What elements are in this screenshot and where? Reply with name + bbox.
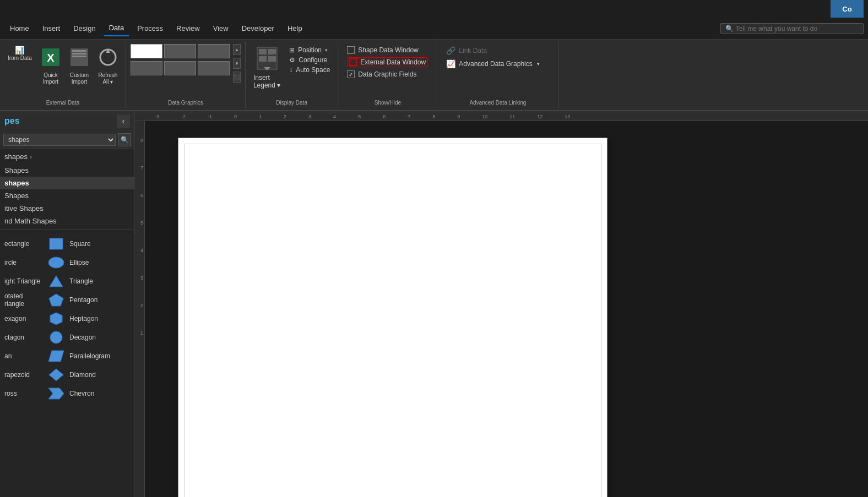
canvas-content[interactable] — [145, 121, 868, 497]
shape-name-octagon: ctagon — [4, 334, 43, 341]
sidebar-nav-arrow: › — [30, 153, 32, 161]
ruler-v-mark: 6 — [140, 193, 143, 198]
sidebar-header: pes ‹ — [0, 111, 134, 131]
shape-name-parallelogram-left: an — [4, 352, 43, 360]
dg-scroll-down[interactable]: ▼ — [233, 58, 241, 69]
menu-review[interactable]: Review — [171, 21, 205, 36]
ruler-h-mark: 12 — [537, 114, 542, 119]
shape-row-cross[interactable]: ross Chevron — [0, 384, 134, 403]
ruler-v-mark: 7 — [140, 165, 143, 171]
shape-row-right-triangle[interactable]: ight Triangle Triangle — [0, 272, 134, 291]
advanced-data-graphics-icon: 📈 — [446, 59, 455, 68]
dg-shape-1[interactable] — [131, 44, 162, 58]
shape-row-trapezoid[interactable]: rapezoid Diamond — [0, 365, 134, 384]
sidebar-nav[interactable]: shapes › — [0, 149, 134, 164]
shape-icon-decagon — [47, 330, 65, 345]
shape-icon-chevron — [47, 386, 65, 401]
menu-developer[interactable]: Developer — [236, 21, 280, 36]
menu-process[interactable]: Process — [132, 21, 169, 36]
insert-legend-button[interactable]: InsertLegend ▾ — [250, 44, 284, 91]
shape-name-right-triangle: ight Triangle — [4, 277, 43, 285]
shape-label-chevron: Chevron — [69, 390, 94, 397]
ruler-h-mark: -2 — [181, 114, 186, 119]
menu-data[interactable]: Data — [104, 20, 129, 36]
ruler-h-mark: 5 — [358, 114, 361, 119]
sidebar-search-select[interactable]: shapes — [3, 134, 116, 146]
canvas-inner — [184, 144, 601, 497]
custom-import-button[interactable]: CustomImport — [66, 44, 93, 88]
sidebar-section-shapes2[interactable]: Shapes — [0, 189, 134, 202]
shape-data-window-cb — [347, 46, 355, 54]
search-input[interactable] — [736, 25, 857, 32]
ruler-h-mark: 3 — [308, 114, 311, 119]
from-data-button[interactable]: 📊 from Data — [4, 44, 35, 64]
svg-marker-20 — [49, 369, 63, 381]
sidebar-section-shapes[interactable]: Shapes — [0, 164, 134, 177]
menu-help[interactable]: Help — [282, 21, 308, 36]
advanced-data-graphics-button[interactable]: 📈 Advanced Data Graphics ▾ — [446, 59, 539, 68]
ribbon-show-hide: Shape Data Window External Data Window ✓… — [338, 42, 437, 108]
shape-row-rotated-triangle[interactable]: otated riangle Pentagon — [0, 291, 134, 309]
menu-insert[interactable]: Insert — [37, 21, 66, 36]
position-button[interactable]: ⊞ Position ▾ — [289, 46, 330, 54]
shape-name-rotated-triangle: otated riangle — [4, 292, 43, 308]
configure-button[interactable]: ⚙ Configure — [289, 56, 330, 64]
quick-import-button[interactable]: X QuickImport — [37, 44, 64, 88]
sidebar: pes ‹ shapes 🔍 shapes › Shapes shapes Sh… — [0, 111, 135, 497]
auto-space-button[interactable]: ↕ Auto Space — [289, 66, 330, 74]
dg-scroll-up[interactable]: ▲ — [233, 44, 241, 55]
external-data-window-checkbox[interactable]: External Data Window — [347, 57, 428, 67]
dg-scroll-more[interactable]: ⬛ — [233, 72, 241, 83]
data-graphics-label: Data Graphics — [131, 97, 241, 106]
sidebar-section-shapes-active[interactable]: shapes — [0, 177, 134, 189]
data-graphic-fields-checkbox[interactable]: ✓ Data Graphic Fields — [347, 70, 428, 78]
ruler-h-mark: 11 — [509, 114, 515, 119]
auto-space-label: Auto Space — [296, 66, 330, 74]
ruler-h-mark: 13 — [565, 114, 570, 119]
refresh-all-button[interactable]: RefreshAll ▾ — [95, 44, 121, 88]
canvas-scroll-area: 8 7 6 5 4 3 2 1 — [135, 121, 868, 497]
ruler-h-mark: 10 — [482, 114, 487, 119]
dg-shape-2[interactable] — [164, 44, 196, 58]
dg-shape-5[interactable] — [164, 61, 196, 75]
shape-name-hexagon: exagon — [4, 315, 43, 323]
sidebar-section-itive[interactable]: itive Shapes — [0, 202, 134, 215]
svg-rect-8 — [259, 49, 267, 54]
title-bar-right: Co — [831, 0, 864, 18]
show-hide-label: Show/Hide — [343, 97, 432, 106]
shape-name-circle: ircle — [4, 259, 43, 266]
search-bar[interactable]: 🔍 — [720, 23, 864, 34]
shape-label-parallelogram: Parallelogram — [69, 352, 110, 360]
shape-row-parallelogram[interactable]: an Parallelogram — [0, 347, 134, 365]
shape-row-rectangle[interactable]: ectangle Square — [0, 234, 134, 253]
menu-design[interactable]: Design — [68, 21, 101, 36]
position-label: Position — [298, 46, 322, 54]
ruler-h-mark: 0 — [234, 114, 237, 119]
shape-label-triangle: Triangle — [69, 277, 93, 285]
dg-shape-4[interactable] — [131, 61, 162, 75]
sidebar-section-math[interactable]: nd Math Shapes — [0, 215, 134, 227]
sidebar-search-button[interactable]: 🔍 — [118, 133, 131, 146]
shape-row-hexagon[interactable]: exagon Heptagon — [0, 309, 134, 328]
menu-home[interactable]: Home — [4, 21, 35, 36]
shape-icon-heptagon — [47, 311, 65, 326]
ruler-v-mark: 8 — [140, 138, 143, 143]
shape-row-circle[interactable]: ircle Ellipse — [0, 253, 134, 272]
link-data-icon: 🔗 — [446, 46, 455, 55]
shape-label-diamond: Diamond — [69, 371, 96, 379]
title-bar: Co — [0, 0, 868, 18]
shape-icon-diamond — [47, 367, 65, 383]
from-data-label: from Data — [8, 55, 32, 62]
menu-bar: Home Insert Design Data Process Review V… — [0, 18, 868, 40]
shape-label-heptagon: Heptagon — [69, 315, 98, 323]
ribbon-external-data: 📊 from Data X QuickImport — [0, 42, 126, 108]
refresh-all-icon — [98, 47, 118, 71]
dg-shape-6[interactable] — [198, 61, 230, 75]
sidebar-collapse-button[interactable]: ‹ — [117, 114, 130, 128]
menu-view[interactable]: View — [208, 21, 234, 36]
co-button[interactable]: Co — [831, 0, 864, 18]
shape-data-window-checkbox[interactable]: Shape Data Window — [347, 46, 428, 54]
dg-shape-3[interactable] — [198, 44, 230, 58]
shape-row-octagon[interactable]: ctagon Decagon — [0, 328, 134, 347]
custom-import-icon — [69, 47, 89, 71]
